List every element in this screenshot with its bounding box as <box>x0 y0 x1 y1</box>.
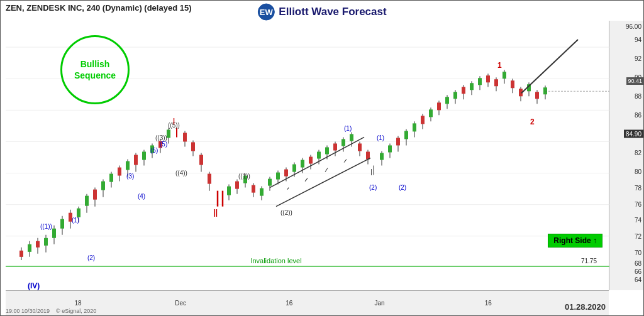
svg-rect-131 <box>486 75 490 82</box>
svg-rect-109 <box>396 138 400 145</box>
svg-rect-105 <box>380 153 384 160</box>
svg-line-101 <box>305 178 308 182</box>
y-label-72: 72 <box>635 233 641 240</box>
svg-rect-84 <box>317 151 321 158</box>
svg-text:((1)): ((1)) <box>40 223 52 230</box>
svg-text:(2): (2) <box>87 254 95 261</box>
y-label-66: 66 <box>635 268 641 275</box>
svg-rect-43 <box>142 151 146 160</box>
y-label-78: 78 <box>635 184 641 191</box>
svg-rect-62 <box>227 187 231 195</box>
svg-rect-27 <box>77 209 80 217</box>
bullish-sequence-circle: BullishSequence <box>60 35 130 104</box>
x-label-dec: Dec <box>175 300 186 307</box>
svg-line-99 <box>276 158 370 207</box>
y-label-76: 76 <box>635 200 641 207</box>
svg-rect-23 <box>60 219 64 229</box>
candles-early <box>19 207 80 260</box>
svg-rect-52 <box>183 133 187 141</box>
svg-rect-145 <box>543 87 547 94</box>
svg-rect-31 <box>93 190 97 200</box>
svg-rect-41 <box>134 155 138 165</box>
time-info: 19:00 10/30/2019 <box>6 308 50 314</box>
svg-rect-127 <box>470 83 474 90</box>
svg-rect-29 <box>85 196 89 206</box>
y-label-64: 64 <box>635 276 641 283</box>
svg-rect-49 <box>167 129 170 138</box>
svg-text:(1): (1) <box>377 134 384 141</box>
right-side-badge: Right Side ↑ <box>548 234 602 248</box>
svg-rect-21 <box>52 229 56 238</box>
svg-rect-68 <box>252 185 255 193</box>
candles-dec-correction <box>183 131 264 206</box>
svg-rect-15 <box>28 244 31 252</box>
y-label-92: 92 <box>635 55 641 62</box>
price-badge-90: 90.41 <box>626 77 643 85</box>
x-label-16: 16 <box>286 300 292 307</box>
y-label-74: 74 <box>635 217 641 224</box>
svg-text:|: | <box>173 117 175 124</box>
svg-line-102 <box>325 168 328 172</box>
chart-date: 01.28.2020 <box>565 302 606 312</box>
svg-text:(2): (2) <box>369 184 377 191</box>
svg-text:((1)): ((1)) <box>238 173 250 180</box>
svg-text:(2): (2) <box>399 184 406 191</box>
bullish-sequence-text: BullishSequence <box>74 58 116 81</box>
svg-rect-17 <box>36 241 40 248</box>
svg-rect-143 <box>535 92 539 99</box>
svg-rect-39 <box>126 161 130 170</box>
svg-text:Invalidation level: Invalidation level <box>250 257 301 264</box>
svg-rect-117 <box>429 109 433 117</box>
svg-rect-72 <box>268 179 272 186</box>
svg-rect-78 <box>292 165 296 172</box>
svg-rect-111 <box>404 131 408 139</box>
svg-rect-74 <box>276 173 280 180</box>
svg-rect-125 <box>462 87 465 94</box>
bottom-copyright: © eSignal, 2020 <box>56 308 96 314</box>
svg-rect-107 <box>388 145 392 152</box>
svg-rect-94 <box>358 143 362 151</box>
svg-rect-113 <box>413 123 416 131</box>
svg-rect-64 <box>235 182 239 189</box>
svg-rect-92 <box>350 134 353 141</box>
svg-text:71.75: 71.75 <box>581 258 597 264</box>
y-label-88: 88 <box>635 93 641 100</box>
chart-title: ZEN, ZENDESK INC, 240 (Dynamic) (delayed… <box>6 3 191 13</box>
svg-text:(3): (3) <box>126 173 134 180</box>
logo-icon: EW <box>257 3 275 21</box>
svg-text:(4): (4) <box>138 193 145 200</box>
svg-rect-76 <box>284 170 288 177</box>
logo-area: EW Elliott Wave Forecast <box>257 3 386 21</box>
svg-line-147 <box>521 40 578 93</box>
svg-rect-115 <box>421 116 425 124</box>
svg-line-98 <box>270 137 364 187</box>
logo-text: Elliott Wave Forecast <box>279 6 386 18</box>
svg-line-100 <box>287 188 289 190</box>
x-label-16b: 16 <box>485 300 492 307</box>
y-label-68: 68 <box>635 260 641 267</box>
svg-text:2: 2 <box>530 117 535 126</box>
svg-rect-90 <box>341 139 345 146</box>
svg-text:1: 1 <box>497 61 502 70</box>
svg-text:||: || <box>213 207 218 217</box>
svg-text:EW: EW <box>260 8 274 17</box>
y-label-96: 96.00 <box>626 23 641 30</box>
chart-container: ZEN, ZENDESK INC, 240 (Dynamic) (delayed… <box>0 0 644 316</box>
svg-rect-54 <box>191 142 195 151</box>
svg-rect-80 <box>301 160 304 168</box>
svg-text:(1): (1) <box>72 217 79 224</box>
svg-text:((2)): ((2)) <box>280 209 292 216</box>
svg-rect-82 <box>309 157 313 164</box>
svg-rect-137 <box>511 80 514 88</box>
svg-rect-37 <box>118 168 121 176</box>
candles-jan <box>380 70 609 165</box>
svg-rect-56 <box>199 155 203 165</box>
y-label-80: 80 <box>635 168 641 175</box>
svg-line-103 <box>344 160 347 163</box>
svg-text:(5): (5) <box>150 147 158 154</box>
svg-rect-19 <box>44 238 48 246</box>
svg-rect-119 <box>437 102 441 110</box>
svg-text:((4)): ((4)) <box>175 170 187 177</box>
svg-rect-123 <box>453 92 457 99</box>
x-label-jan: Jan <box>375 300 385 307</box>
